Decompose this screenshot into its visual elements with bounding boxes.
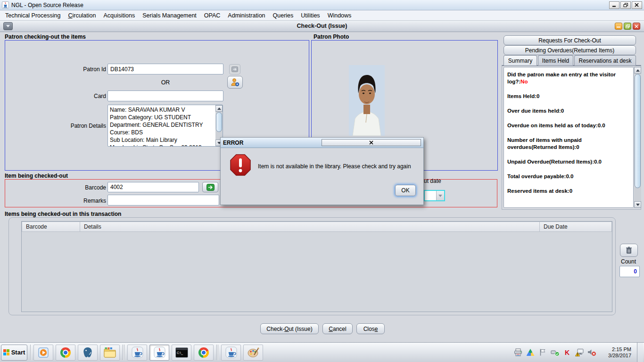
- taskbar-command-prompt-button[interactable]: C:\_: [172, 345, 191, 361]
- command-prompt-icon: C:\_: [175, 347, 188, 358]
- system-tray: K 2:15 PM 3/28/2017: [513, 343, 644, 362]
- taskbar-postgresql-button[interactable]: [78, 345, 98, 361]
- patron-search-button[interactable]: [227, 76, 243, 89]
- action-center-flag-icon[interactable]: [538, 348, 547, 357]
- scrollbar-thumb[interactable]: [635, 74, 641, 188]
- pending-overdues-button[interactable]: Pending Overdues(Returned Items): [504, 45, 636, 55]
- cancel-button[interactable]: Cancel: [322, 323, 353, 334]
- printer-icon[interactable]: [513, 348, 523, 357]
- menu-circulation[interactable]: Circulation: [64, 11, 99, 20]
- taskbar-separator: [124, 345, 125, 360]
- taskbar-java-app-button[interactable]: [127, 345, 147, 361]
- error-dialog-close-button[interactable]: [322, 139, 421, 146]
- column-header-due-date[interactable]: Due Date: [540, 222, 612, 232]
- barcode-go-button[interactable]: [202, 182, 218, 192]
- patron-details-textarea[interactable]: Name: SARAVANA KUMAR V Patron Category: …: [107, 105, 223, 147]
- summary-visitor-log: Did the patron make an entry at the visi…: [507, 71, 630, 85]
- network-warning-icon[interactable]: [575, 348, 584, 357]
- scroll-up-icon[interactable]: [634, 67, 641, 74]
- card-input[interactable]: [107, 90, 223, 101]
- menu-queries[interactable]: Queries: [269, 11, 297, 20]
- taskbar-chrome-button[interactable]: [56, 345, 75, 361]
- taskbar-java-app-button-3[interactable]: [221, 345, 241, 361]
- menu-technical-processing[interactable]: Technical Processing: [1, 11, 64, 20]
- requests-for-checkout-button[interactable]: Requests For Check-Out: [504, 35, 636, 45]
- patron-id-input[interactable]: [107, 64, 223, 74]
- summary-items-held: Items Held:0: [507, 93, 630, 100]
- menu-windows[interactable]: Windows: [324, 11, 355, 20]
- combo-arrow-icon[interactable]: [436, 191, 444, 200]
- delete-item-button[interactable]: [620, 244, 638, 257]
- menu-administration[interactable]: Administration: [224, 11, 269, 20]
- svg-text:C:\_: C:\_: [177, 351, 183, 355]
- paint-palette-icon: [248, 347, 259, 358]
- scrollbar-thumb[interactable]: [216, 112, 222, 132]
- patron-photo-section-title: Patron Photo: [314, 33, 349, 40]
- close-button[interactable]: Close: [356, 323, 385, 334]
- menu-utilities[interactable]: Utilities: [297, 11, 323, 20]
- menu-acquisitions[interactable]: Acquisitions: [99, 11, 139, 20]
- menu-serials-management[interactable]: Serials Management: [139, 11, 200, 20]
- transaction-table: Barcode Details Due Date: [21, 221, 612, 312]
- java-icon: [132, 346, 143, 358]
- summary-textarea[interactable]: Did the patron make an entry at the visi…: [504, 67, 634, 208]
- arrow-right-icon: [231, 66, 238, 72]
- kaspersky-icon[interactable]: K: [562, 348, 572, 357]
- show-desktop-button[interactable]: [637, 343, 643, 362]
- card-label: Card: [28, 93, 106, 99]
- remarks-input[interactable]: [107, 195, 219, 206]
- window-minimize-button[interactable]: [609, 1, 619, 9]
- tab-reservations-at-desk[interactable]: Reservations at desk: [574, 55, 636, 66]
- patron-photo: [349, 65, 385, 136]
- tab-summary[interactable]: Summary: [504, 55, 537, 66]
- google-drive-icon[interactable]: [526, 348, 535, 357]
- taskbar-file-explorer-button[interactable]: [100, 345, 120, 361]
- patron-id-label: Patron Id: [28, 66, 106, 73]
- checkout-frame-titlebar: Check-Out (Issue): [0, 21, 644, 32]
- scroll-down-icon[interactable]: [634, 201, 641, 208]
- window-restore-button[interactable]: [620, 1, 631, 9]
- taskbar-separator: [216, 345, 217, 360]
- or-label: OR: [107, 79, 223, 86]
- summary-scrollbar[interactable]: [634, 67, 641, 208]
- java-icon: [154, 346, 165, 358]
- application-window: NGL - Open Source Release Technical Proc…: [0, 0, 644, 362]
- taskbar-clock[interactable]: 2:15 PM 3/28/2017: [602, 346, 631, 359]
- error-icon: [229, 153, 252, 180]
- count-field[interactable]: [619, 266, 640, 277]
- taskbar-separator: [30, 345, 31, 360]
- frame-restore-button[interactable]: [624, 23, 631, 30]
- tab-items-held[interactable]: Items Held: [538, 55, 573, 66]
- checkout-date-label-fragment: ut date: [424, 178, 445, 184]
- error-ok-button[interactable]: OK: [395, 185, 416, 196]
- taskbar-separator: [218, 345, 219, 360]
- summary-reserved-items: Reserved items at desk:0: [507, 188, 630, 195]
- start-button[interactable]: Start: [1, 345, 27, 361]
- volume-muted-icon[interactable]: [587, 348, 596, 357]
- usb-safely-remove-icon[interactable]: [550, 348, 560, 357]
- scroll-up-icon[interactable]: [215, 105, 223, 112]
- checkout-date-combobox[interactable]: [424, 190, 445, 201]
- patron-id-go-button-disabled[interactable]: [229, 64, 240, 74]
- column-header-details[interactable]: Details: [80, 222, 540, 232]
- green-arrow-icon: [206, 184, 215, 191]
- windows-logo-icon: [3, 349, 10, 356]
- folder-icon: [104, 347, 116, 358]
- frame-title: Check-Out (Issue): [0, 23, 644, 29]
- postgresql-icon: [83, 347, 93, 358]
- column-header-barcode[interactable]: Barcode: [22, 222, 80, 232]
- summary-overdue-items-held: Over due items held:0: [507, 107, 630, 115]
- taskbar-chrome-button-2[interactable]: [194, 345, 214, 361]
- checkout-issue-button[interactable]: Check-Out (Issue): [260, 323, 319, 334]
- menu-opac[interactable]: OPAC: [200, 11, 224, 20]
- frame-close-button[interactable]: [633, 23, 640, 30]
- java-app-icon: [2, 1, 9, 8]
- window-close-button[interactable]: [632, 1, 642, 9]
- media-player-icon: [38, 347, 49, 358]
- taskbar-media-player-button[interactable]: [33, 345, 53, 361]
- taskbar-separator: [123, 345, 124, 360]
- barcode-input[interactable]: [107, 182, 199, 192]
- frame-minimize-button[interactable]: [615, 23, 622, 30]
- taskbar-paint-button[interactable]: [243, 345, 263, 361]
- taskbar-java-app-button-active[interactable]: [149, 345, 169, 361]
